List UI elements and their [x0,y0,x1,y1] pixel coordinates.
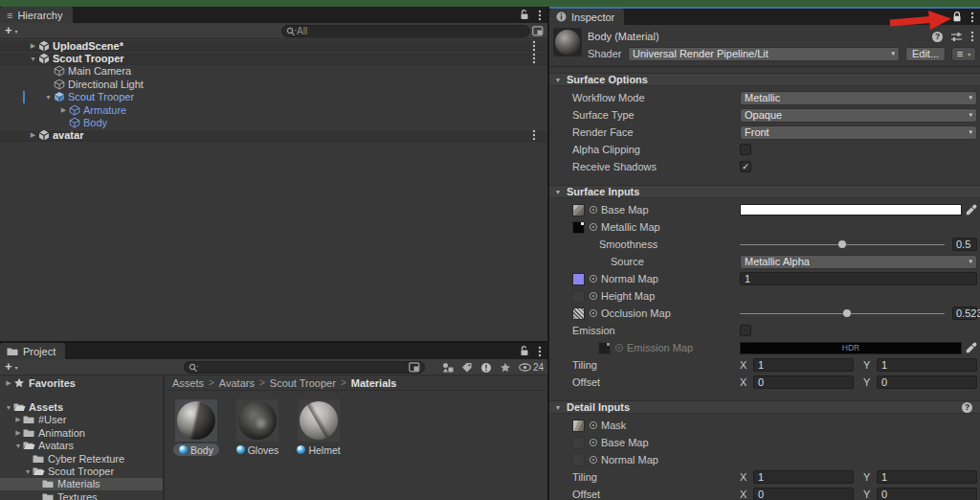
hierarchy-search-box[interactable] [281,25,530,37]
project-tree-row[interactable]: ▼Avatars [0,440,163,452]
favorites-star-icon[interactable] [500,362,511,374]
object-picker-icon[interactable] [589,438,598,447]
inspector-lock-icon[interactable] [952,11,962,22]
hierarchy-row[interactable]: ▶avatar [0,129,547,142]
breadcrumb-item[interactable]: Assets [172,377,204,389]
vector-x-field[interactable]: 1 [753,470,854,484]
eyedropper-icon[interactable] [966,342,977,353]
section-header[interactable]: ▼Surface Inputs [549,185,980,198]
vector-y-field[interactable]: 0 [877,488,977,500]
vector-y-field[interactable]: 1 [877,358,977,372]
search-by-type-icon[interactable] [442,362,454,373]
search-by-label-icon[interactable] [461,362,473,373]
hierarchy-unlock-icon[interactable] [520,10,529,20]
slider-knob[interactable] [838,240,846,248]
material-thumbnail[interactable] [298,399,340,442]
project-unlock-icon[interactable] [520,346,529,356]
vector-x-field[interactable]: 0 [753,375,854,389]
slider-knob[interactable] [843,309,851,317]
search-window-icon[interactable] [532,26,544,36]
project-tree-row[interactable]: ▼Assets [0,400,163,413]
expand-arrow-icon[interactable]: ▼ [4,404,13,411]
material-thumbnail[interactable] [236,399,278,442]
hierarchy-row[interactable]: ▶UploadScene* [0,39,547,52]
scene-kebab-icon[interactable] [532,129,536,141]
property-slider[interactable] [740,238,945,251]
tab-inspector[interactable]: Inspector [549,9,624,25]
hierarchy-add-button[interactable]: + [5,23,12,37]
property-dropdown[interactable]: Metallic▾ [740,91,977,105]
texture-slot-thumbnail[interactable] [572,454,585,466]
search-window-icon[interactable] [409,362,420,373]
texture-slot-thumbnail[interactable] [572,273,585,285]
object-picker-icon[interactable] [589,308,598,318]
object-picker-icon[interactable] [589,291,598,301]
expand-arrow-icon[interactable]: ▶ [13,416,23,423]
project-tree-row[interactable]: ▶#User [0,414,163,426]
property-dropdown[interactable]: Opaque▾ [740,108,977,123]
hierarchy-add-caret-icon[interactable]: ▾ [15,28,18,34]
object-picker-icon[interactable] [589,205,598,215]
help-icon[interactable]: ? [962,402,972,413]
expand-arrow-icon[interactable]: ▶ [13,429,23,437]
property-value-field[interactable]: 1 [740,272,977,285]
vector-y-field[interactable]: 0 [877,375,977,389]
tab-hierarchy[interactable]: ≡ Hierarchy [0,7,73,23]
expand-arrow-icon[interactable]: ▼ [23,468,33,475]
breadcrumb-item[interactable]: Materials [351,377,397,389]
expand-arrow-icon[interactable]: ▼ [13,443,23,449]
hierarchy-search-input[interactable] [297,26,525,36]
property-slider[interactable] [740,307,945,320]
project-tree-row[interactable]: ▶Favorites [0,376,163,389]
material-preview-thumbnail[interactable] [553,28,582,57]
hierarchy-row[interactable]: ▼Scout Trooper [0,91,547,103]
hierarchy-row[interactable]: Directional Light [0,78,547,90]
texture-slot-thumbnail[interactable] [572,307,585,320]
scene-kebab-icon[interactable] [532,53,536,64]
expand-arrow-icon[interactable]: ▶ [28,42,38,50]
presets-icon[interactable] [950,32,963,42]
expand-arrow-icon[interactable]: ▼ [28,56,38,62]
project-tree-row[interactable]: Textures [0,490,163,500]
asset-tile[interactable]: Body [174,399,218,456]
project-tree-row[interactable]: Cyber Retexture [0,452,163,465]
hierarchy-kebab-icon[interactable] [538,10,542,21]
material-kebab-icon[interactable] [970,31,974,42]
texture-slot-thumbnail[interactable] [572,204,585,216]
property-dropdown[interactable]: Front▾ [740,125,977,140]
hidden-count[interactable]: 24 [519,362,544,373]
color-swatch[interactable] [740,204,962,216]
asset-tile[interactable]: Gloves [235,399,279,456]
project-tree-row[interactable]: Materials [0,478,163,490]
expand-arrow-icon[interactable]: ▶ [28,131,38,139]
slider-value-field[interactable]: 0.5 [952,238,977,251]
help-icon[interactable]: ? [932,32,943,42]
hdr-color-swatch[interactable]: HDR [740,342,962,354]
material-thumbnail[interactable] [175,399,217,442]
texture-slot-thumbnail[interactable] [598,342,611,354]
object-picker-icon[interactable] [589,420,598,430]
project-add-caret-icon[interactable]: ▾ [15,364,18,371]
vector-y-field[interactable]: 1 [877,470,977,484]
hierarchy-row[interactable]: Body [0,116,547,128]
scene-kebab-icon[interactable] [532,40,536,52]
section-header[interactable]: ▼Surface Options [549,73,980,86]
inspector-kebab-icon[interactable] [970,11,974,23]
shader-menu-button[interactable]: ≡ ▾ [951,47,976,61]
slider-value-field[interactable]: 0.523 [952,307,977,320]
hierarchy-row[interactable]: ▼Scout Trooper [0,52,547,64]
project-tree-row[interactable]: ▶Animation [0,426,163,439]
expand-arrow-icon[interactable]: ▼ [43,94,54,101]
shader-edit-button[interactable]: Edit... [905,47,946,61]
hierarchy-row[interactable]: Main Camera [0,65,547,78]
property-dropdown[interactable]: Metallic Alpha▾ [740,255,977,269]
section-header[interactable]: ▼Detail Inputs? [549,400,980,414]
tab-project[interactable]: Project [0,343,65,359]
vector-x-field[interactable]: 0 [753,488,854,500]
object-picker-icon[interactable] [589,455,598,465]
texture-slot-thumbnail[interactable] [572,221,585,234]
alert-icon[interactable] [480,362,492,374]
object-picker-icon[interactable] [614,343,624,352]
project-tree-row[interactable]: ▼Scout Trooper [0,465,163,477]
expand-arrow-icon[interactable]: ▶ [58,106,69,114]
